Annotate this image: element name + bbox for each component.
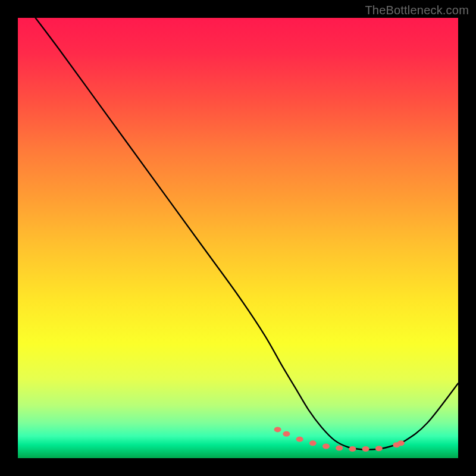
- plot-area: [18, 18, 458, 458]
- highlight-dot: [322, 444, 330, 449]
- highlight-dot: [362, 446, 369, 452]
- highlight-dot: [349, 446, 356, 452]
- highlight-dot: [274, 427, 281, 432]
- highlight-dot: [283, 431, 290, 437]
- bottleneck-curve: [36, 18, 458, 450]
- highlight-dot: [397, 440, 405, 446]
- highlight-dot: [375, 446, 383, 451]
- chart-frame: TheBottleneck.com: [0, 0, 476, 476]
- highlight-dot: [336, 445, 343, 450]
- highlight-dot: [296, 437, 303, 442]
- watermark-text: TheBottleneck.com: [365, 4, 469, 17]
- curve-layer: [18, 18, 458, 458]
- highlight-dot: [309, 440, 317, 446]
